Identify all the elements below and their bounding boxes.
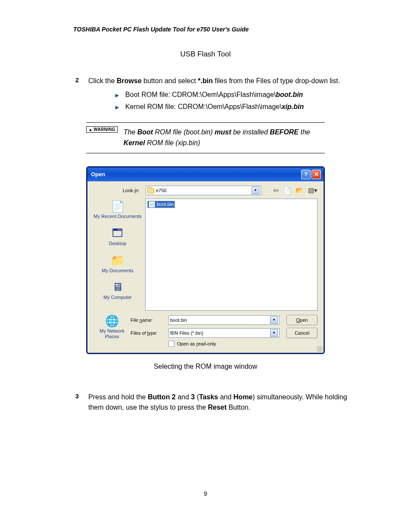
step-number: 2 [75, 76, 88, 114]
dialog-title: Open [91, 171, 105, 177]
open-dialog: Open ? ✕ Look in: e750 ▼ ⇦ 📄 📂 ▤▾ 📄 [86, 166, 325, 354]
help-icon: ? [304, 171, 308, 177]
filename-input[interactable]: boot.bin ▼ [168, 315, 280, 325]
bullet-arrow-icon: ► [114, 103, 120, 112]
bullet-bolditalic: boot.bin [276, 91, 303, 98]
step-body: Press and hold the Button 2 and 3 (Tasks… [88, 392, 359, 413]
places-mydocs[interactable]: 📁 My Documents [102, 254, 133, 274]
close-icon: ✕ [314, 171, 319, 177]
warning-triangle-icon: ▲ [88, 127, 93, 132]
step-body: Click the Browse button and select *.bin… [88, 76, 359, 114]
recent-docs-icon: 📄 [93, 200, 141, 213]
computer-icon: 🖥 [103, 281, 132, 294]
view-menu-icon[interactable]: ▤▾ [308, 187, 318, 194]
filename-label: File name: [131, 317, 165, 323]
file-list[interactable]: boot.bin [145, 199, 318, 311]
step-2: 2 Click the Browse button and select *.b… [75, 76, 359, 114]
desktop-icon: 🗔 [109, 227, 126, 240]
bullet-bolditalic: xip.bin [282, 103, 304, 110]
open-button[interactable]: Open [286, 315, 318, 325]
text: button and select [142, 77, 198, 84]
bullet-text: Kernel ROM file: CDROM:\Oem\Apps\Flash\i… [125, 103, 282, 110]
chevron-down-icon[interactable]: ▼ [270, 316, 278, 324]
lookin-dropdown[interactable]: e750 ▼ [146, 186, 261, 195]
section-title: USB Flash Tool [52, 50, 359, 59]
chevron-down-icon[interactable]: ▼ [252, 187, 259, 194]
figure-caption: Selecting the ROM image window [52, 363, 359, 370]
filetype-dropdown[interactable]: BIN Files (*.bin) ▼ [168, 328, 280, 338]
cancel-button[interactable]: Cancel [286, 328, 318, 338]
step-3: 3 Press and hold the Button 2 and 3 (Tas… [75, 392, 359, 413]
readonly-checkbox[interactable] [168, 341, 174, 347]
help-button[interactable]: ? [301, 170, 311, 179]
text: Click the [88, 77, 117, 84]
bullet-arrow-icon: ► [114, 91, 120, 100]
places-bar: 📄 My Recent Documents 🗔 Desktop 📁 My Doc… [93, 199, 142, 311]
text-bold: *.bin [198, 77, 213, 84]
up-one-level-icon[interactable]: 📄 [283, 187, 291, 194]
filetype-label: Files of type: [131, 330, 165, 336]
text: files from the Files of type drop-down l… [213, 77, 340, 84]
chevron-down-icon[interactable]: ▼ [270, 329, 278, 337]
readonly-label: Open as read-only [177, 341, 216, 346]
warning-label: WARNING [93, 127, 115, 132]
file-icon [149, 201, 155, 208]
filetype-value: BIN Files (*.bin) [170, 330, 203, 336]
bullet-item: ► Kernel ROM file: CDROM:\Oem\Apps\Flash… [114, 102, 359, 112]
folder-icon [147, 188, 154, 193]
lookin-label: Look in: [123, 188, 142, 193]
bullet-item: ► Boot ROM file: CDROM:\Oem\Apps\Flash\i… [114, 90, 359, 100]
filename-value: boot.bin [170, 317, 187, 323]
bullet-text: Boot ROM file: CDROM:\Oem\Apps\Flash\ima… [125, 91, 276, 98]
step-number: 3 [75, 392, 88, 413]
places-network[interactable]: 🌐 My Network Places [93, 315, 131, 339]
text-bold: Browse [117, 77, 142, 84]
back-icon[interactable]: ⇦ [273, 187, 279, 194]
warning-text: The Boot ROM file (boot.bin) must be ins… [124, 126, 325, 149]
places-mycomputer[interactable]: 🖥 My Computer [103, 281, 132, 300]
file-name-text: boot.bin [157, 202, 174, 207]
doc-header: TOSHIBA Pocket PC Flash Update Tool for … [73, 26, 359, 33]
new-folder-icon[interactable]: 📂 [296, 187, 304, 194]
file-item-selected[interactable]: boot.bin [147, 201, 175, 208]
page-number: 9 [52, 490, 359, 497]
warning-badge: ▲ WARNING [86, 126, 118, 133]
titlebar[interactable]: Open ? ✕ [87, 168, 324, 181]
lookin-value: e750 [156, 188, 166, 193]
resize-grip[interactable] [317, 346, 323, 352]
places-desktop[interactable]: 🗔 Desktop [109, 227, 126, 246]
close-button[interactable]: ✕ [311, 170, 321, 179]
network-icon: 🌐 [93, 315, 131, 328]
warning-block: ▲ WARNING The Boot ROM file (boot.bin) m… [86, 122, 325, 153]
places-recent[interactable]: 📄 My Recent Documents [93, 200, 141, 220]
mydocs-icon: 📁 [102, 254, 133, 267]
